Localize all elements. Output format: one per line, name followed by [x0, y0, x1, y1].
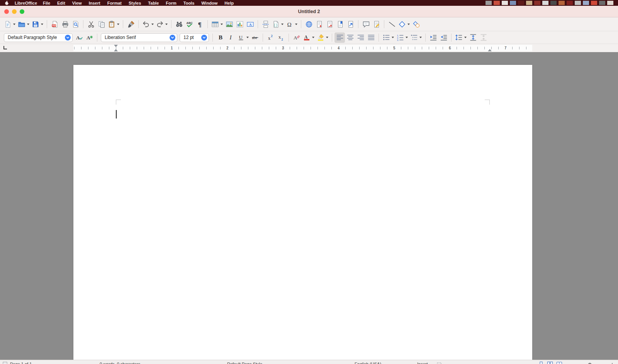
- dropdown-arrow-icon[interactable]: [464, 37, 467, 38]
- dropdown-arrow-icon[interactable]: [221, 24, 223, 25]
- formatting-marks-button[interactable]: ¶: [195, 19, 205, 29]
- insert-line-button[interactable]: [387, 19, 397, 29]
- selection-mode-icon[interactable]: [436, 362, 442, 364]
- clone-formatting-button[interactable]: [126, 19, 136, 29]
- align-right-button[interactable]: [355, 32, 366, 43]
- menubar-status-icon[interactable]: [486, 1, 492, 5]
- new-document-button[interactable]: [3, 19, 17, 29]
- show-draw-functions-button[interactable]: [411, 19, 421, 29]
- dropdown-arrow-icon[interactable]: [419, 37, 422, 38]
- copy-button[interactable]: [96, 19, 107, 29]
- dropdown-arrow-icon[interactable]: [407, 24, 410, 25]
- align-justify-button[interactable]: [366, 32, 376, 43]
- menubar-status-icon[interactable]: [550, 1, 557, 5]
- status-page-count[interactable]: Page 1 of 1: [10, 362, 32, 364]
- outline-list-button[interactable]: [409, 32, 423, 43]
- horizontal-ruler[interactable]: 1234567: [73, 45, 532, 51]
- insert-special-character-button[interactable]: Ω: [285, 19, 299, 29]
- dropdown-arrow-icon[interactable]: [41, 24, 43, 25]
- insert-chart-button[interactable]: [234, 19, 245, 29]
- line-spacing-button[interactable]: [454, 32, 468, 43]
- menubar-status-icon[interactable]: [567, 1, 573, 5]
- subscript-button[interactable]: x2: [276, 32, 286, 43]
- menu-format[interactable]: Format: [104, 1, 125, 5]
- menu-edit[interactable]: Edit: [54, 1, 69, 5]
- menubar-status-icon[interactable]: [591, 1, 597, 5]
- dropdown-arrow-icon[interactable]: [246, 37, 249, 38]
- decrease-paragraph-spacing-button[interactable]: [478, 32, 489, 43]
- insert-bookmark-button[interactable]: [335, 19, 345, 29]
- basic-shapes-button[interactable]: [397, 19, 411, 29]
- minimize-window-button[interactable]: [12, 9, 17, 14]
- dropdown-arrow-icon[interactable]: [165, 24, 168, 25]
- strikethrough-button[interactable]: abe: [250, 32, 260, 43]
- menubar-status-icon[interactable]: [510, 1, 516, 5]
- print-button[interactable]: [60, 19, 70, 29]
- underline-button[interactable]: U: [236, 32, 250, 43]
- increase-indent-button[interactable]: [428, 32, 438, 43]
- menubar-status-icon[interactable]: [559, 1, 565, 5]
- menu-window[interactable]: Window: [198, 1, 221, 5]
- dropdown-arrow-icon[interactable]: [295, 24, 297, 25]
- apple-menu-icon[interactable]: [5, 0, 9, 5]
- paragraph-style-select[interactable]: Default Paragraph Style: [4, 33, 73, 42]
- highlight-color-button[interactable]: [316, 32, 329, 43]
- font-color-button[interactable]: A: [302, 32, 316, 43]
- menu-form[interactable]: Form: [162, 1, 180, 5]
- left-indent-marker[interactable]: [114, 49, 118, 51]
- italic-button[interactable]: I: [226, 32, 236, 43]
- zoom-in-icon[interactable]: [610, 362, 614, 364]
- export-pdf-button[interactable]: PDF: [49, 19, 60, 29]
- dropdown-arrow-icon[interactable]: [312, 37, 314, 38]
- insert-page-break-button[interactable]: [260, 19, 271, 29]
- menubar-status-icon[interactable]: [502, 1, 508, 5]
- update-style-button[interactable]: A: [74, 32, 84, 43]
- tab-stop-selector-icon[interactable]: [3, 46, 7, 49]
- align-left-button[interactable]: [334, 32, 345, 43]
- insert-textbox-button[interactable]: A: [245, 19, 255, 29]
- clear-formatting-button[interactable]: A: [291, 32, 302, 43]
- zoom-out-icon[interactable]: [565, 362, 569, 364]
- app-menu[interactable]: LibreOffice: [15, 1, 37, 5]
- menu-file[interactable]: File: [39, 1, 54, 5]
- track-changes-button[interactable]: [371, 19, 382, 29]
- menu-help[interactable]: Help: [221, 1, 237, 5]
- chevron-down-icon[interactable]: [170, 35, 175, 41]
- spelling-button[interactable]: ABC: [184, 19, 195, 29]
- menu-insert[interactable]: Insert: [85, 1, 104, 5]
- menu-view[interactable]: View: [69, 1, 85, 5]
- font-name-select[interactable]: Liberation Serif: [101, 33, 177, 42]
- chevron-down-icon[interactable]: [201, 35, 207, 41]
- dropdown-arrow-icon[interactable]: [151, 24, 154, 25]
- insert-table-button[interactable]: [210, 19, 224, 29]
- menubar-status-icon[interactable]: [518, 1, 524, 5]
- menubar-status-icon[interactable]: [494, 1, 500, 5]
- print-preview-button[interactable]: [70, 19, 81, 29]
- status-insert-mode[interactable]: Insert: [417, 362, 428, 364]
- save-button[interactable]: [31, 19, 44, 29]
- dropdown-arrow-icon[interactable]: [27, 24, 29, 25]
- find-replace-button[interactable]: [174, 19, 184, 29]
- menu-tools[interactable]: Tools: [180, 1, 198, 5]
- redo-button[interactable]: [155, 19, 169, 29]
- insert-hyperlink-button[interactable]: [304, 19, 314, 29]
- unordered-list-button[interactable]: [381, 32, 395, 43]
- status-word-count[interactable]: 0 words, 0 characters: [100, 362, 140, 364]
- paste-button[interactable]: [107, 19, 121, 29]
- zoom-window-button[interactable]: [20, 9, 24, 14]
- menu-table[interactable]: Table: [144, 1, 162, 5]
- insert-image-button[interactable]: [224, 19, 234, 29]
- menubar-status-icon[interactable]: [575, 1, 581, 5]
- align-center-button[interactable]: [345, 32, 355, 43]
- increase-paragraph-spacing-button[interactable]: [468, 32, 478, 43]
- right-indent-marker[interactable]: [488, 49, 492, 51]
- menubar-status-icon[interactable]: [599, 1, 605, 5]
- menubar-status-icon[interactable]: [583, 1, 589, 5]
- dropdown-arrow-icon[interactable]: [281, 24, 284, 25]
- menubar-status-icon[interactable]: [526, 1, 532, 5]
- insert-footnote-button[interactable]: [314, 19, 324, 29]
- menu-styles[interactable]: Styles: [125, 1, 144, 5]
- chevron-down-icon[interactable]: [65, 35, 71, 41]
- cut-button[interactable]: [86, 19, 96, 29]
- open-document-button[interactable]: [17, 19, 31, 29]
